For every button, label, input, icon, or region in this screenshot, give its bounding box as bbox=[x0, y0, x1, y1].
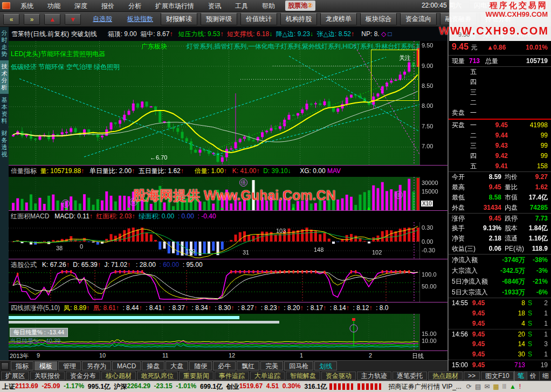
indicator-tab[interactable]: 完美 bbox=[260, 361, 283, 370]
refresh-icon[interactable]: ⟳ bbox=[466, 383, 472, 390]
kline-chart-canvas[interactable] bbox=[9, 41, 419, 165]
time-tick-label: 1 bbox=[300, 352, 303, 359]
page-prev-button[interactable]: « bbox=[3, 14, 19, 25]
function-tab[interactable]: 逐笔委托 bbox=[392, 372, 427, 380]
mini-tab[interactable]: 细 bbox=[540, 372, 551, 380]
function-tab[interactable]: 核心题材 bbox=[101, 372, 136, 380]
tick-vol: 14 bbox=[494, 339, 525, 349]
header-segment: 四线抓涨停(5,10) bbox=[11, 304, 60, 312]
menu-item[interactable]: 资讯 bbox=[201, 0, 228, 12]
menu-item[interactable]: 深度 bbox=[67, 0, 94, 12]
info-value: 2.18 bbox=[476, 233, 501, 244]
indicator-tab[interactable]: 管理 bbox=[58, 361, 81, 370]
indicator-tab[interactable]: 模板 bbox=[35, 361, 57, 370]
scroll-up-button[interactable]: ▲ bbox=[44, 14, 60, 25]
index-quote-segment: 创业 bbox=[223, 382, 239, 391]
info-row: 最低8.58市值17.4亿 bbox=[449, 192, 551, 203]
toolbar-link[interactable]: 自选股 bbox=[93, 15, 112, 24]
function-tab[interactable]: 资金驱动 bbox=[321, 372, 356, 380]
indicator-tab[interactable]: 另存为 bbox=[82, 361, 111, 370]
function-tab[interactable]: 事件追踪 bbox=[215, 372, 249, 380]
toolbar-button[interactable]: 资金流向 bbox=[400, 13, 437, 25]
indicator-tab[interactable]: 指标 bbox=[11, 361, 33, 370]
index-quote-segment: 1519.67 bbox=[239, 382, 263, 391]
header-segment: : 95.00 bbox=[179, 261, 202, 269]
toolbar-button[interactable]: 预测评级 bbox=[201, 13, 237, 25]
function-tab[interactable]: 重要新闻 bbox=[179, 372, 213, 380]
mini-tab[interactable]: 笔 bbox=[515, 372, 527, 380]
up-signal-icon[interactable]: ▲ bbox=[509, 383, 516, 390]
alert-icon[interactable]: ! bbox=[519, 383, 521, 390]
indicator-tab[interactable]: 随便 bbox=[189, 361, 212, 370]
menu-item[interactable]: 报价 bbox=[94, 0, 121, 12]
macd-value: 148 bbox=[314, 246, 323, 253]
mail-icon[interactable]: ✉ bbox=[484, 383, 490, 390]
sidebar-item[interactable]: 财务透视 bbox=[0, 127, 9, 161]
axis-label: -0.30 bbox=[422, 247, 435, 253]
indicator-tab[interactable]: 操盘 bbox=[142, 361, 164, 370]
limit-up-chart-canvas[interactable] bbox=[9, 314, 419, 350]
header-segment: K: 41.00 bbox=[227, 167, 257, 175]
function-tab[interactable]: 大单追踪 bbox=[250, 372, 285, 380]
flow-pct: -38% bbox=[525, 255, 548, 265]
toolbar-button[interactable]: 财报解读 bbox=[161, 13, 197, 25]
function-tab[interactable]: 资金分布 bbox=[66, 372, 100, 380]
flow-label: 5日大宗流入 bbox=[452, 287, 488, 298]
menu-item[interactable]: 功能 bbox=[40, 0, 67, 12]
page-next-button[interactable]: » bbox=[24, 14, 40, 25]
grip-icon[interactable] bbox=[1, 362, 9, 370]
tick-list[interactable]: 14:559.458S29.4518S19.454S114:569.4520S1… bbox=[449, 298, 551, 370]
toolbar-button[interactable]: 价值统计 bbox=[240, 13, 277, 25]
toolbar-button[interactable]: 板块综合 bbox=[360, 13, 397, 25]
grid-icon[interactable]: ▦ bbox=[493, 383, 499, 390]
daily-net-volume-label[interactable]: 每日纯量% : -13.44 bbox=[10, 328, 68, 337]
x10-scale-chip: X10 bbox=[421, 201, 433, 207]
list-icon[interactable]: ▤ bbox=[475, 383, 481, 390]
index-quote-segment: -25.09 bbox=[38, 382, 60, 391]
menu-item-stock-pool[interactable]: 股票池② bbox=[285, 1, 315, 11]
function-tab[interactable]: >> bbox=[464, 372, 480, 380]
header-segment: 凰: 8.61 bbox=[89, 304, 116, 312]
indicator-tab[interactable]: 飘红 bbox=[237, 361, 259, 370]
mini-tab[interactable]: 价 bbox=[527, 372, 540, 380]
toolbar-button[interactable]: 机构持股 bbox=[280, 13, 317, 25]
indicator-tab[interactable]: 必牛 bbox=[213, 361, 236, 370]
antenna-icon[interactable]: ꔖ bbox=[502, 383, 506, 390]
function-tab[interactable]: 主力轨迹 bbox=[357, 372, 391, 380]
scroll-down-button[interactable]: ▼ bbox=[65, 14, 81, 25]
buy-level-row: 二9.4499 bbox=[449, 130, 551, 141]
function-tab[interactable]: 热点题材 bbox=[428, 372, 463, 380]
sidebar-item[interactable]: 分时走势 bbox=[0, 27, 9, 60]
menu-item[interactable]: 分析 bbox=[121, 0, 148, 12]
price-change-pct: 10.01% bbox=[526, 44, 548, 51]
macd-chart-canvas[interactable] bbox=[9, 222, 419, 259]
indicator-tab[interactable]: MACD bbox=[112, 361, 141, 370]
function-tab[interactable]: 敢死队席位 bbox=[137, 372, 178, 380]
function-tab[interactable]: 关联报价 bbox=[30, 372, 65, 380]
kdj-axis: 100.050.00 bbox=[419, 270, 447, 302]
toolbar-button[interactable]: 龙虎榜单 bbox=[320, 13, 357, 25]
sidebar-item[interactable]: 基本资料 bbox=[0, 94, 9, 127]
tick-time: 15:00 bbox=[452, 360, 472, 370]
menu-item[interactable]: 工具 bbox=[228, 0, 255, 12]
menu-item[interactable]: 扩展市场行情 bbox=[148, 0, 201, 12]
mini-bar-chart-icon bbox=[329, 383, 353, 390]
toolbar-link[interactable]: 板块指数 bbox=[127, 15, 153, 24]
app-logo-icon[interactable] bbox=[2, 2, 10, 9]
info-label: 最低 bbox=[452, 192, 476, 203]
sidebar-item[interactable]: 技术分析 bbox=[0, 60, 9, 94]
function-tab[interactable]: 扩展区 bbox=[1, 372, 29, 380]
function-tab[interactable]: 图文F10 bbox=[481, 372, 514, 380]
broker-connection-label[interactable]: 招商证券广州行情 VIP_... bbox=[389, 382, 462, 391]
axis-label: 15.00 bbox=[422, 331, 437, 337]
indicator-tab[interactable]: 划线 bbox=[314, 361, 337, 370]
menu-item[interactable]: 帮助 bbox=[255, 0, 282, 12]
period-label[interactable]: 日线 bbox=[412, 352, 424, 360]
menu-item[interactable]: 系统 bbox=[13, 0, 40, 12]
function-tab[interactable]: 智能解盘 bbox=[286, 372, 320, 380]
indicator-tab[interactable]: 回马枪 bbox=[284, 361, 313, 370]
tick-row: 9.454S1 bbox=[449, 319, 551, 329]
menu-items: 系统功能深度报价分析扩展市场行情资讯工具帮助 bbox=[13, 0, 282, 12]
indicator-tab[interactable]: 大盘 bbox=[166, 361, 188, 370]
kdj-chart-canvas[interactable] bbox=[9, 270, 419, 302]
